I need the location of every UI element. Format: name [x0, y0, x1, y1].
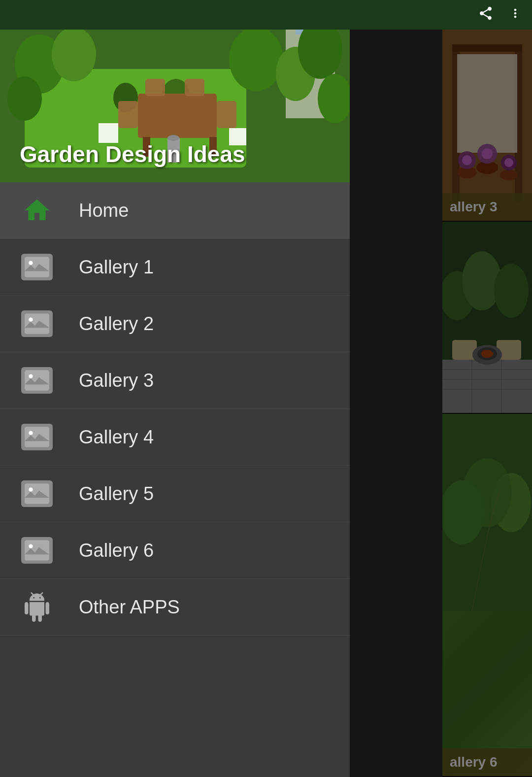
- svg-point-61: [29, 261, 33, 265]
- svg-point-65: [29, 374, 33, 378]
- top-bar: [0, 0, 532, 30]
- nav-other-apps-label: Other APPS: [79, 597, 180, 618]
- nav-item-gallery1[interactable]: Gallery 1: [0, 239, 350, 296]
- drawer-header-title: Garden Design Ideas: [20, 141, 245, 168]
- svg-point-41: [229, 27, 283, 91]
- nav-items-list: Home Gallery 1: [0, 182, 350, 777]
- nav-gallery5-label: Gallery 5: [79, 483, 154, 505]
- svg-rect-55: [185, 79, 204, 96]
- nav-gallery3-label: Gallery 3: [79, 370, 154, 391]
- svg-rect-56: [99, 123, 118, 143]
- share-icon[interactable]: [478, 5, 494, 25]
- nav-home-label: Home: [79, 200, 129, 221]
- svg-point-67: [29, 431, 33, 435]
- gallery5-icon: [20, 476, 54, 511]
- svg-point-63: [29, 318, 33, 322]
- gallery2-icon: [20, 306, 54, 341]
- gallery4-icon: [20, 420, 54, 454]
- svg-point-39: [52, 27, 96, 81]
- svg-point-69: [29, 488, 33, 492]
- svg-point-40: [7, 76, 42, 121]
- nav-item-gallery6[interactable]: Gallery 6: [0, 522, 350, 579]
- nav-item-gallery3[interactable]: Gallery 3: [0, 352, 350, 409]
- nav-drawer: Garden Design Ideas Home: [0, 0, 350, 777]
- nav-item-gallery4[interactable]: Gallery 4: [0, 409, 350, 466]
- gallery3-icon: [20, 363, 54, 398]
- nav-gallery6-label: Gallery 6: [79, 540, 154, 561]
- nav-item-gallery5[interactable]: Gallery 5: [0, 466, 350, 522]
- nav-item-gallery2[interactable]: Gallery 2: [0, 296, 350, 352]
- gallery6-icon: [20, 533, 54, 568]
- nav-gallery1-label: Gallery 1: [79, 257, 154, 278]
- nav-gallery2-label: Gallery 2: [79, 313, 154, 335]
- more-options-icon[interactable]: [508, 6, 522, 24]
- nav-gallery4-label: Gallery 4: [79, 427, 154, 448]
- svg-point-71: [29, 544, 33, 548]
- svg-rect-54: [145, 79, 165, 96]
- home-icon: [20, 193, 54, 228]
- svg-rect-53: [217, 101, 236, 128]
- svg-point-59: [167, 135, 179, 141]
- nav-item-other-apps[interactable]: Other APPS: [0, 579, 350, 636]
- gallery1-icon: [20, 250, 54, 284]
- svg-rect-49: [138, 94, 217, 138]
- drawer-overlay[interactable]: [350, 0, 532, 777]
- android-icon: [20, 590, 54, 624]
- svg-rect-52: [118, 101, 138, 128]
- nav-item-home[interactable]: Home: [0, 182, 350, 239]
